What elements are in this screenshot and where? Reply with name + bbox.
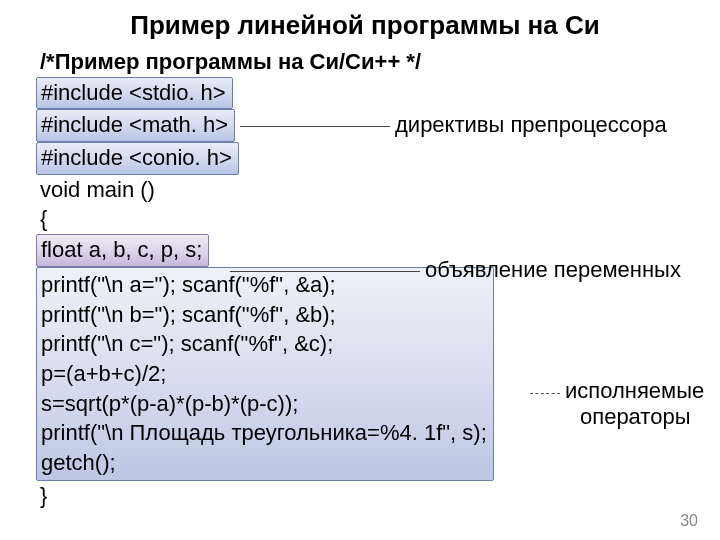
code-printf-b: printf("\n b="); scanf("%f", &b); (41, 300, 487, 330)
code-printf-c: printf("\n c="); scanf("%f", &c); (41, 329, 487, 359)
connector-decl (230, 271, 420, 272)
page-number: 30 (680, 512, 698, 530)
label-preproc: директивы препроцессора (395, 112, 667, 138)
exec-highlight: printf("\n a="); scanf("%f", &a); printf… (36, 267, 494, 481)
connector-preproc (240, 126, 390, 127)
include-highlight-3: #include <conio. h> (36, 142, 239, 175)
code-include-3: #include <conio. h> (40, 142, 690, 175)
include-highlight-2: #include <math. h> (36, 109, 235, 142)
code-printf-a: printf("\n a="); scanf("%f", &a); (41, 270, 487, 300)
label-exec-1: исполняемые (565, 378, 704, 404)
code-p-calc: p=(a+b+c)/2; (41, 359, 487, 389)
exec-block: printf("\n a="); scanf("%f", &a); printf… (40, 267, 690, 481)
slide-title: Пример линейной программы на Си (40, 10, 690, 41)
code-comment: /*Пример программы на Си/Си++ */ (40, 47, 690, 77)
label-exec-2: операторы (580, 404, 690, 430)
code-getch: getch(); (41, 448, 487, 478)
code-brace-close: } (40, 481, 690, 511)
code-include-1: #include <stdio. h> (40, 77, 690, 110)
code-s-calc: s=sqrt(p*(p-a)*(p-b)*(p-c)); (41, 389, 487, 419)
decl-highlight: float a, b, c, p, s; (36, 234, 209, 267)
code-printf-out: printf("\n Площадь треугольника=%4. 1f",… (41, 418, 487, 448)
connector-exec (530, 393, 560, 394)
include-highlight-1: #include <stdio. h> (36, 77, 233, 110)
code-main: void main () (40, 175, 690, 205)
code-brace-open: { (40, 204, 690, 234)
slide: Пример линейной программы на Си /*Пример… (0, 0, 720, 540)
label-decl: объявление переменных (425, 257, 681, 283)
